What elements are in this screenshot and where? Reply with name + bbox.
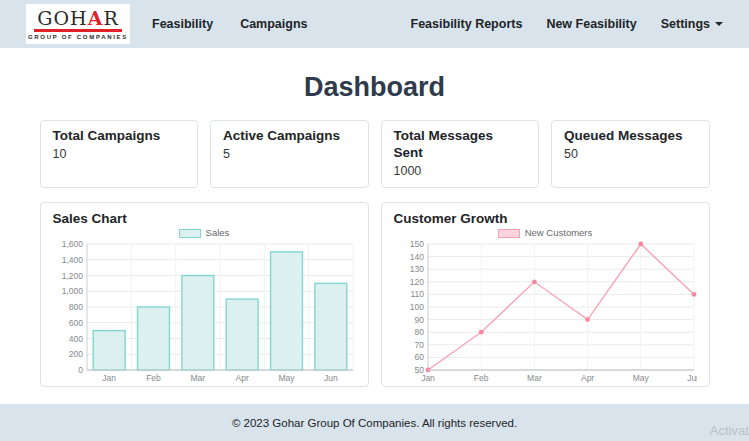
stat-label: Total Messages Sent [394,128,527,162]
stats-row: Total Campaigns 10 Active Campaigns 5 To… [40,120,710,188]
brand-logo[interactable]: GOHAR GROUP OF COMPANIES [26,4,130,44]
x-axis-labels: JanFebMarAprMayJun [102,373,338,383]
nav-left-group: Feasibility Campaigns [152,17,308,31]
sales-chart-canvas: 02004006008001,0001,2001,4001,600JanFebM… [53,240,356,384]
svg-text:200: 200 [68,349,82,359]
stat-card-queued-messages: Queued Messages 50 [551,120,710,188]
app-root: GOHAR GROUP OF COMPANIES Feasibility Cam… [0,0,749,441]
svg-text:Mar: Mar [190,373,205,383]
chevron-down-icon [715,22,723,26]
settings-label: Settings [661,17,710,31]
svg-text:400: 400 [68,334,82,344]
x-axis-labels: JanFebMarAprMayJun [421,373,697,383]
svg-text:140: 140 [409,252,423,262]
sales-legend-label: Sales [206,228,230,238]
svg-text:May: May [278,373,295,383]
svg-text:1,600: 1,600 [61,240,83,249]
gridlines [428,244,694,370]
stat-card-active-campaigns: Active Campaigns 5 [210,120,369,188]
page-title: Dashboard [0,72,749,103]
sales-chart-legend: Sales [53,227,356,239]
nav-right-group: Feasibility Reports New Feasibility Sett… [411,17,723,31]
stat-card-total-campaigns: Total Campaigns 10 [40,120,199,188]
svg-text:90: 90 [414,315,424,325]
brand-wordmark: GOHAR [37,9,118,28]
customer-growth-legend: New Customers [394,227,697,239]
y-axis-labels: 02004006008001,0001,2001,4001,600 [61,240,83,375]
svg-text:150: 150 [409,240,423,249]
sales-legend-swatch [179,229,201,238]
svg-text:May: May [632,373,649,383]
svg-text:0: 0 [78,365,83,375]
brand-tagline: GROUP OF COMPANIES [28,34,128,40]
svg-text:600: 600 [68,318,82,328]
customer-growth-chart-card: Customer Growth New Customers 5060708090… [381,202,710,387]
main-content: Total Campaigns 10 Active Campaigns 5 To… [40,120,710,387]
svg-text:Jan: Jan [421,373,435,383]
stat-value: 1000 [394,165,527,179]
stat-label: Total Campaigns [53,128,186,145]
stat-value: 10 [53,148,186,162]
bar-chart-plot: 02004006008001,0001,2001,4001,600JanFebM… [53,240,356,384]
nav-item-feasibility-reports[interactable]: Feasibility Reports [411,17,523,31]
line-chart-plot: 5060708090100110120130140150JanFebMarApr… [394,240,697,384]
stat-value: 50 [564,148,697,162]
footer: © 2023 Gohar Group Of Companies. All rig… [0,404,749,441]
brand-accent-letter: A [88,7,104,29]
bar-may [270,252,302,370]
svg-text:Apr: Apr [235,373,248,383]
point-mar [532,279,537,284]
svg-text:1,000: 1,000 [61,286,83,296]
customer-growth-chart-title: Customer Growth [394,211,697,227]
point-jun [691,292,696,297]
bar-mar [181,276,213,371]
svg-text:1,200: 1,200 [61,271,83,281]
svg-text:Apr: Apr [580,373,593,383]
stat-card-total-messages-sent: Total Messages Sent 1000 [381,120,540,188]
svg-text:70: 70 [414,340,424,350]
svg-text:80: 80 [414,327,424,337]
svg-text:Mar: Mar [527,373,542,383]
customer-growth-legend-label: New Customers [525,228,593,238]
svg-text:Jan: Jan [102,373,116,383]
nav-item-new-feasibility[interactable]: New Feasibility [546,17,636,31]
sales-chart-title: Sales Chart [53,211,356,227]
charts-row: Sales Chart Sales 02004006008001,0001,20… [40,202,710,387]
nav-item-settings-dropdown[interactable]: Settings [661,17,723,31]
point-feb [478,330,483,335]
customer-growth-legend-swatch [498,229,520,238]
svg-text:100: 100 [409,302,423,312]
nav-item-campaigns[interactable]: Campaigns [240,17,307,31]
navbar: GOHAR GROUP OF COMPANIES Feasibility Cam… [0,0,749,48]
bar-jun [314,283,346,370]
svg-text:130: 130 [409,264,423,274]
y-axis-labels: 5060708090100110120130140150 [409,240,423,375]
point-may [638,242,643,247]
svg-text:60: 60 [414,352,424,362]
bar-jan [93,331,125,370]
bar-feb [137,307,169,370]
stat-label: Active Campaigns [223,128,356,145]
sales-chart-card: Sales Chart Sales 02004006008001,0001,20… [40,202,369,387]
svg-text:Feb: Feb [473,373,488,383]
gridlines [87,244,353,370]
customer-growth-chart-canvas: 5060708090100110120130140150JanFebMarApr… [394,240,697,384]
stat-value: 5 [223,148,356,162]
bar-apr [226,299,258,370]
svg-text:Jun: Jun [323,373,337,383]
stat-label: Queued Messages [564,128,697,145]
point-apr [585,317,590,322]
svg-text:Feb: Feb [146,373,161,383]
brand-red-bar [34,29,122,32]
svg-text:1,400: 1,400 [61,255,83,265]
svg-text:120: 120 [409,277,423,287]
svg-text:Jun: Jun [687,373,697,383]
svg-text:110: 110 [410,289,424,299]
svg-text:800: 800 [68,302,82,312]
footer-copyright-text: © 2023 Gohar Group Of Companies. All rig… [232,417,517,429]
nav-item-feasibility[interactable]: Feasibility [152,17,213,31]
